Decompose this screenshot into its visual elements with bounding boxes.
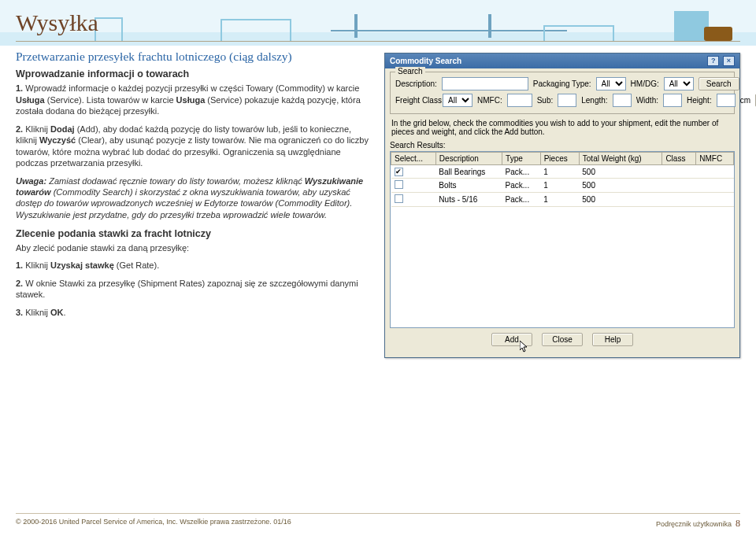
freight-class-select[interactable]: All: [443, 94, 472, 107]
grid-column-header[interactable]: Total Weight (kg): [579, 153, 662, 165]
row-checkbox[interactable]: [395, 180, 403, 189]
grid-hint-text: In the grid below, check the commodities…: [390, 117, 735, 139]
grid-column-header[interactable]: Type: [502, 153, 541, 165]
height-label: Height:: [687, 96, 712, 105]
row-checkbox[interactable]: ✔: [395, 168, 403, 176]
sub-input[interactable]: [558, 94, 576, 107]
sub-label: Sub:: [537, 96, 554, 105]
copyright-text: © 2000-2016 United Parcel Service of Ame…: [16, 518, 291, 530]
rate-step-1: 1. Kliknij Uzyskaj stawkę (Get Rate).: [16, 260, 369, 271]
commodity-search-dialog: Commodity Search ? × Search Description:…: [384, 53, 740, 358]
length-input[interactable]: [613, 94, 632, 107]
table-row[interactable]: BoltsPack...1500: [391, 179, 734, 193]
results-grid[interactable]: Select...DescriptionTypePiecesTotal Weig…: [390, 151, 735, 328]
grid-column-header[interactable]: NMFC: [696, 153, 734, 165]
grid-column-header[interactable]: Class: [662, 153, 696, 165]
height-input[interactable]: [717, 94, 736, 107]
grid-column-header[interactable]: Select...: [391, 153, 436, 165]
unit-label: cm: [740, 96, 750, 105]
freight-class-label: Freight Class:: [395, 96, 438, 105]
width-label: Width:: [636, 96, 658, 105]
dialog-title-text: Commodity Search: [390, 57, 461, 65]
footer-label: Podręcznik użytkownika: [656, 520, 732, 528]
note-paragraph: Uwaga: Zamiast dodawać ręcznie towary do…: [16, 175, 369, 220]
intro-line: Aby zlecić podanie stawki za daną przesy…: [16, 242, 369, 254]
packaging-select[interactable]: All: [596, 77, 626, 90]
subsection-heading: Wprowadzanie informacji o towarach: [16, 68, 369, 79]
section-heading: Przetwarzanie przesyłek frachtu lotnicze…: [16, 50, 369, 64]
hmdg-label: HM/DG:: [631, 79, 659, 88]
help-button[interactable]: Help: [592, 333, 633, 346]
help-icon[interactable]: ?: [707, 56, 719, 66]
step-1: 1. Wprowadź informacje o każdej pozycji …: [16, 83, 369, 117]
length-label: Length:: [581, 96, 607, 105]
step-2: 2. Kliknij Dodaj (Add), aby dodać każdą …: [16, 124, 369, 169]
search-fieldset: Search Description: Packaging Type: All …: [390, 72, 735, 114]
search-group-label: Search: [395, 67, 425, 76]
dialog-titlebar: Commodity Search ? ×: [385, 54, 739, 68]
cursor-icon: [520, 341, 529, 353]
description-label: Description:: [395, 79, 437, 88]
close-icon[interactable]: ×: [723, 56, 735, 66]
subsection-heading-2: Zlecenie podania stawki za fracht lotnic…: [16, 228, 369, 239]
search-button[interactable]: Search: [699, 77, 739, 90]
page-number: 8: [736, 518, 740, 529]
text-column: Przetwarzanie przesyłek frachtu lotnicze…: [16, 50, 369, 358]
table-row[interactable]: Nuts - 5/16Pack...1500: [391, 193, 734, 207]
nmfc-input[interactable]: [507, 94, 532, 107]
nmfc-label: NMFC:: [477, 96, 502, 105]
rate-step-2: 2. W oknie Stawki za przesyłkę (Shipment…: [16, 278, 369, 301]
results-label: Search Results:: [390, 141, 735, 150]
width-input[interactable]: [663, 94, 682, 107]
row-checkbox[interactable]: [395, 194, 403, 203]
page-title: Wysyłka: [0, 0, 756, 41]
table-row[interactable]: ✔Ball BearingsPack...1500: [391, 165, 734, 179]
grid-column-header[interactable]: Pieces: [540, 153, 579, 165]
rate-step-3: 3. Kliknij OK.: [16, 307, 369, 319]
page-footer: © 2000-2016 United Parcel Service of Ame…: [16, 513, 740, 530]
grid-column-header[interactable]: Description: [435, 153, 502, 165]
hmdg-select[interactable]: All: [664, 77, 694, 90]
description-input[interactable]: [442, 77, 528, 90]
close-button[interactable]: Close: [542, 333, 583, 346]
packaging-label: Packaging Type:: [533, 79, 591, 88]
title-rule: [16, 41, 740, 42]
